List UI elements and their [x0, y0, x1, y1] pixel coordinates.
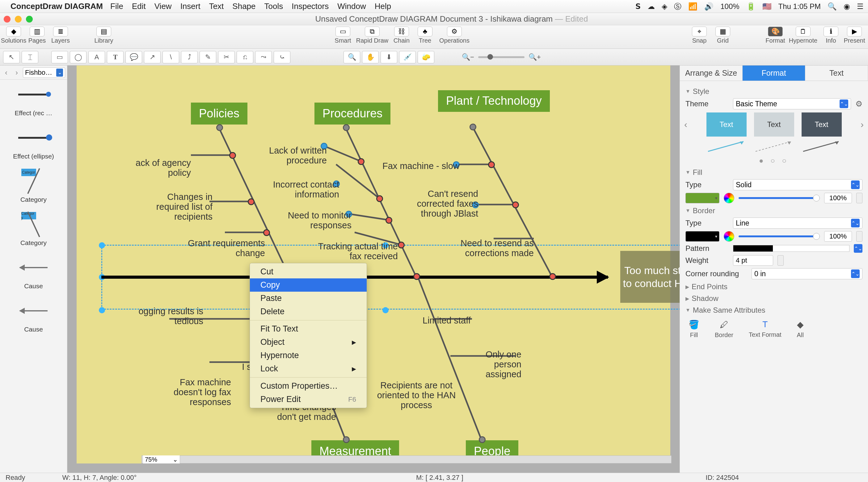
swatch-page-dots[interactable]: ● ○ ○ [685, 156, 862, 165]
joint[interactable] [479, 436, 486, 443]
joint[interactable] [376, 195, 383, 202]
zoom-slider[interactable] [478, 56, 525, 58]
category-procedures[interactable]: Procedures [314, 102, 391, 124]
fill-opacity-value[interactable]: 100% [824, 193, 852, 203]
toolbar-chain[interactable]: ⛓Chain [391, 27, 413, 44]
cause-text[interactable]: Incorrect contact information [262, 180, 339, 200]
toolbar-solutions[interactable]: ◆Solutions [2, 27, 25, 44]
toolbar-snap[interactable]: ⌖Snap [688, 27, 710, 44]
notification-center-icon[interactable]: ☰ [857, 2, 864, 11]
menu-file[interactable]: File [110, 2, 123, 11]
toolbar-library[interactable]: ▤Library [93, 27, 115, 44]
lib-effect-ellipse[interactable]: Effect (ellipse) [0, 125, 67, 160]
eyedropper-tool[interactable]: 💉 [399, 51, 416, 63]
siri-icon[interactable]: ◉ [844, 2, 850, 11]
cause-text[interactable]: Limited staff [423, 316, 484, 326]
border-type-select[interactable]: Line⌃⌄ [733, 217, 862, 229]
toolbar-tree[interactable]: ♣Tree [414, 27, 436, 44]
window-close-button[interactable] [4, 16, 10, 23]
toolbar-pages[interactable]: ▥Pages [26, 27, 48, 44]
weight-stepper[interactable] [777, 255, 784, 266]
section-border-header[interactable]: Border [685, 206, 862, 215]
cause-text[interactable]: Need to monitor responses [280, 211, 351, 231]
gear-icon[interactable]: ⚙ [855, 99, 862, 109]
menu-window[interactable]: Window [337, 2, 366, 11]
textbox-tool[interactable]: 𝐓 [107, 51, 124, 63]
style-swatch-2[interactable]: Text [754, 113, 794, 137]
swatch-prev[interactable]: ‹ [684, 119, 687, 130]
zoom-out-button[interactable]: 🔍− [460, 51, 476, 63]
joint[interactable] [358, 158, 365, 165]
fill-type-select[interactable]: Solid⌃⌄ [733, 179, 862, 190]
menu-edit[interactable]: Edit [132, 2, 146, 11]
joint[interactable] [343, 124, 350, 131]
lib-cause-2[interactable]: Cause [0, 299, 67, 333]
swatch-next[interactable]: › [861, 119, 864, 130]
joint[interactable] [216, 124, 223, 131]
toolbar-operations[interactable]: ⚙Operations [437, 27, 471, 44]
joint[interactable] [248, 198, 254, 205]
cause-text[interactable]: ogging results is tedious [126, 306, 203, 326]
arrow-style-2[interactable] [754, 139, 794, 154]
corner-select[interactable]: 0 in⌃⌄ [751, 268, 862, 279]
border-opacity-value[interactable]: 100% [824, 231, 852, 242]
app-name[interactable]: ConceptDraw DIAGRAM [10, 2, 103, 11]
toolbar-smart[interactable]: ▭Smart [332, 27, 354, 44]
fill-opacity-stepper[interactable] [856, 193, 862, 203]
cause-text[interactable]: Changes in required list of recipients [142, 192, 213, 222]
ctx-hypernote[interactable]: Hypernote [250, 349, 367, 362]
border-color-chip[interactable]: ▾ [685, 231, 719, 242]
line-tool[interactable]: \ [162, 51, 179, 63]
lib-effect-rect[interactable]: Effect (rec … [0, 82, 67, 117]
horizontal-scrollbar[interactable]: 75%⌄ [142, 455, 672, 463]
color-wheel-icon[interactable] [724, 193, 734, 203]
same-all-button[interactable]: ◆All [797, 320, 804, 339]
section-style-header[interactable]: Style [685, 87, 862, 96]
ctx-lock[interactable]: Lock [250, 362, 367, 375]
menu-help[interactable]: Help [375, 2, 391, 11]
canvas-page[interactable]: Too much staff time to conduct HAN test … [76, 65, 670, 463]
toolbar-info[interactable]: ℹInfo [820, 27, 842, 44]
battery-pct[interactable]: 100% [720, 2, 739, 11]
spline-tool[interactable]: ⤳ [255, 51, 272, 63]
lib-cause-1[interactable]: Cause [0, 255, 67, 290]
text-cursor-tool[interactable]: ⌶ [22, 51, 38, 63]
section-same-header[interactable]: Make Same Attributes [685, 306, 862, 314]
category-plant[interactable]: Plant / Technology [438, 90, 550, 112]
battery-icon[interactable]: 🔋 [746, 2, 755, 11]
style-swatch-3[interactable]: Text [802, 113, 842, 137]
select-tool[interactable]: ↖ [3, 51, 20, 63]
joint[interactable] [488, 161, 495, 168]
text-tool[interactable]: A [88, 51, 105, 63]
cause-text[interactable]: Grant requirements change [179, 239, 265, 258]
cause-text[interactable]: Tracking actual time fax received [308, 242, 398, 262]
toolbar-rapid-draw[interactable]: ⧉Rapid Draw [355, 27, 389, 44]
toolbar-hypernote[interactable]: 🗒Hypernote [788, 27, 818, 44]
ellipse-tool[interactable]: ◯ [70, 51, 87, 63]
ctx-copy[interactable]: Copy [250, 278, 367, 292]
window-zoom-button[interactable] [26, 16, 33, 23]
pattern-select[interactable] [733, 245, 849, 252]
cause-text[interactable]: Fax machine - slow [382, 161, 475, 171]
toolbar-format[interactable]: 🎨Format [764, 27, 786, 44]
cause-text[interactable]: Can't resend corrected faxes through JBl… [404, 189, 478, 219]
library-back[interactable]: ‹ [2, 68, 10, 77]
status-s-icon[interactable]: 𝗦 [636, 2, 641, 11]
weight-input[interactable]: 4 pt [733, 255, 773, 266]
zoom-tool[interactable]: 🔍 [343, 51, 360, 63]
section-fill-header[interactable]: Fill [685, 168, 862, 177]
fill-opacity-slider[interactable] [739, 197, 820, 199]
cause-text[interactable]: Recipients are not oriented to the HAN p… [376, 381, 457, 410]
library-forward[interactable]: › [12, 68, 21, 77]
theme-select[interactable]: Basic Theme⌃⌄ [733, 98, 851, 109]
flag-icon[interactable]: 🇺🇸 [762, 2, 772, 11]
color-wheel-icon[interactable] [724, 231, 734, 242]
ctx-custom-properties[interactable]: Custom Properties… [250, 380, 367, 393]
arrow-style-1[interactable] [707, 139, 747, 154]
rect-tool[interactable]: ▭ [51, 51, 68, 63]
category-policies[interactable]: Policies [191, 102, 247, 124]
arrow-tool[interactable]: ↗ [144, 51, 161, 63]
chevron-down-icon[interactable]: ⌃⌄ [854, 244, 862, 253]
window-minimize-button[interactable] [15, 16, 22, 23]
skype-icon[interactable]: Ⓢ [674, 2, 681, 11]
